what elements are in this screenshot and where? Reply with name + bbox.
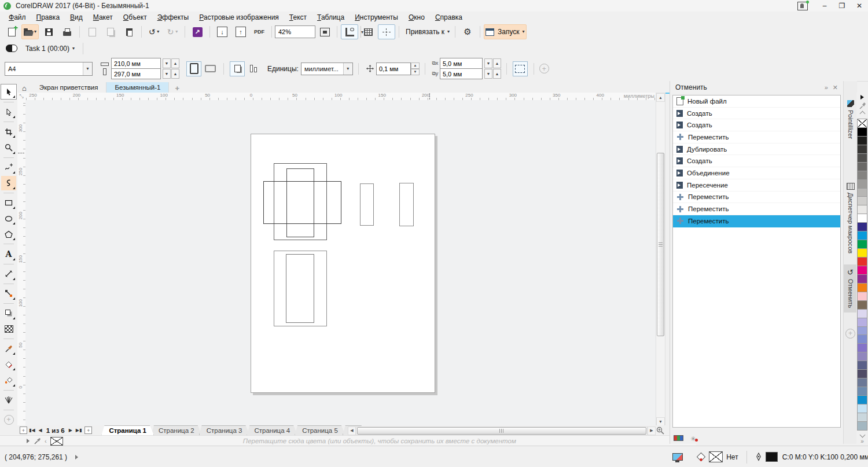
menu-item-12[interactable]: Справка [430, 12, 468, 23]
color-swatch[interactable] [857, 231, 867, 240]
drawn-rectangle[interactable] [286, 254, 314, 323]
menu-item-1[interactable]: Файл [3, 12, 31, 23]
menu-item-11[interactable]: Окно [403, 12, 430, 23]
vertical-ruler[interactable]: 300250200150100500 [17, 100, 26, 425]
connector-tool[interactable] [1, 286, 16, 301]
paste-button[interactable] [120, 24, 138, 39]
scroll-left-button[interactable]: ◀ [348, 426, 356, 435]
page-width-input[interactable] [111, 58, 161, 69]
color-swatch[interactable] [857, 127, 867, 137]
color-swatch[interactable] [857, 162, 867, 171]
color-swatch[interactable] [857, 222, 867, 231]
doc-palette-scroll-left-icon[interactable]: ‹ [45, 437, 47, 444]
menu-item-4[interactable]: Макет [88, 12, 118, 23]
interactive-fill-tool[interactable] [1, 393, 16, 407]
undo-item[interactable]: Создать [673, 108, 840, 120]
polygon-tool[interactable] [1, 227, 16, 241]
undo-item[interactable]: Переместить [673, 131, 840, 144]
color-swatch[interactable] [857, 266, 867, 275]
color-swatch[interactable] [857, 404, 867, 413]
drawing-canvas[interactable] [25, 100, 656, 425]
scroll-right-button[interactable]: ▶ [648, 426, 656, 435]
undo-item[interactable]: Переместить [673, 215, 840, 227]
menu-item-8[interactable]: Текст [284, 12, 312, 23]
fill-none-swatch[interactable] [709, 451, 723, 462]
page-height-input[interactable] [111, 68, 161, 79]
launch-dropdown[interactable]: Запуск▾ [484, 24, 527, 39]
publish-pdf-button[interactable]: PDF [251, 24, 268, 39]
zoom-tool[interactable] [1, 140, 16, 155]
open-button[interactable]: ▾ [21, 24, 39, 39]
show-guidelines-button[interactable] [378, 24, 395, 39]
restore-button[interactable]: ❐ [833, 1, 851, 11]
no-color-swatch[interactable] [857, 119, 867, 128]
add-page-before-button[interactable]: + [20, 426, 27, 434]
page-tab-1[interactable]: Страница 1 [101, 425, 154, 435]
add-page-after-button[interactable]: + [84, 426, 92, 434]
ellipse-tool[interactable] [1, 211, 16, 226]
color-swatch[interactable] [857, 179, 867, 189]
color-swatch[interactable] [857, 309, 867, 318]
height-spin-down[interactable]: ▼ [163, 69, 171, 79]
drop-shadow-tool[interactable] [1, 306, 16, 321]
palette-flyout-icon[interactable] [860, 95, 864, 100]
units-combo-arrow-icon[interactable]: ▾ [343, 63, 352, 75]
quick-customize-docker-icon[interactable]: + [845, 329, 855, 339]
previous-page-button[interactable]: ◀ [37, 428, 44, 433]
undo-item[interactable]: Пересечение [673, 179, 840, 192]
text-tool[interactable]: А [1, 247, 16, 261]
color-eyedropper-tool[interactable] [1, 341, 16, 356]
scroll-down-button[interactable]: ▼ [656, 417, 665, 426]
palette-scroll-up-icon[interactable] [859, 111, 865, 117]
color-swatch[interactable] [857, 378, 867, 387]
vertical-scrollbar[interactable]: ▲ ▼ [656, 93, 665, 426]
page-tab-4[interactable]: Страница 4 [247, 425, 297, 435]
undo-button[interactable]: ↺▾ [145, 24, 163, 39]
dupy-spin-up[interactable]: ▲ [493, 69, 501, 79]
menu-item-3[interactable]: Вид [65, 12, 88, 23]
next-page-button[interactable]: ▶ [67, 428, 74, 433]
new-document-tab-button[interactable]: + [169, 84, 185, 93]
docker-tab-1[interactable]: Pointillizer [844, 96, 857, 143]
duplicate-x-input[interactable] [440, 58, 483, 69]
close-button[interactable]: ✕ [851, 1, 868, 11]
color-swatch[interactable] [857, 196, 867, 205]
options-button[interactable]: ⚙ [459, 24, 476, 39]
treat-as-filled-button[interactable] [513, 61, 528, 76]
color-swatch[interactable] [857, 334, 867, 344]
undo-item[interactable]: Дублировать [673, 144, 840, 156]
docker-tab-2[interactable]: Диспетчер макросов [844, 179, 857, 258]
smart-fill-tool[interactable] [1, 357, 16, 372]
docker-close-icon[interactable]: ✕ [830, 84, 840, 91]
page-size-preset-combo[interactable]: A4 ▾ [5, 62, 93, 76]
first-page-button[interactable]: ▮◀ [27, 428, 37, 433]
menu-item-9[interactable]: Таблица [312, 12, 350, 23]
freehand-tool[interactable] [1, 160, 16, 175]
vertical-scrollbar-thumb[interactable] [657, 153, 664, 336]
color-swatch[interactable] [857, 413, 867, 422]
task-toggle-icon[interactable] [6, 45, 17, 52]
drawn-rectangle[interactable] [360, 183, 374, 226]
nudge-spin-down[interactable]: ▼ [411, 69, 420, 75]
color-swatch[interactable] [857, 395, 867, 405]
horizontal-scrollbar-track[interactable] [356, 426, 648, 435]
menu-item-6[interactable]: Эффекты [152, 12, 194, 23]
preset-combo-arrow-icon[interactable]: ▾ [83, 62, 92, 75]
search-content-button[interactable]: ↗ [189, 24, 206, 39]
menu-item-5[interactable]: Объект [118, 12, 152, 23]
dupy-spin-down[interactable]: ▼ [484, 69, 492, 79]
pan-zoom-tool-icon[interactable] [656, 426, 664, 435]
color-swatch[interactable] [857, 171, 867, 180]
undo-item[interactable]: Создать [673, 155, 840, 167]
color-swatch[interactable] [857, 283, 867, 292]
color-proof-icon[interactable] [672, 453, 683, 461]
tab-untitled-document[interactable]: Безымянный-1 [106, 82, 169, 93]
nudge-distance-input[interactable] [376, 62, 411, 75]
color-swatch[interactable] [857, 188, 867, 197]
doc-palette-eyedropper-icon[interactable] [34, 437, 41, 444]
color-swatch[interactable] [857, 361, 867, 370]
doc-palette-no-color-swatch[interactable] [50, 437, 63, 446]
portrait-button[interactable] [186, 61, 201, 76]
palette-scroll-down-icon[interactable] [859, 432, 865, 438]
color-swatch[interactable] [857, 274, 867, 284]
